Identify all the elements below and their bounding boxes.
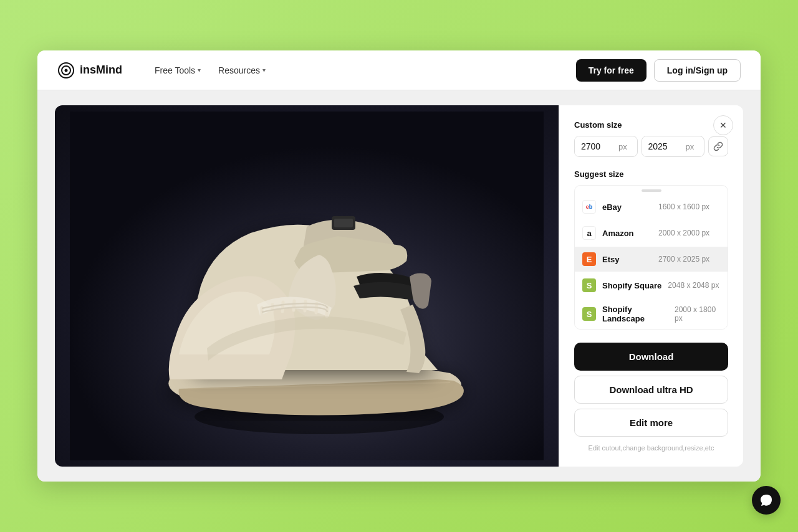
chevron-down-icon: ▾ (262, 67, 266, 74)
svg-rect-6 (334, 219, 353, 227)
ebay-size: 1600 x 1600 px (658, 202, 709, 211)
edit-more-button[interactable]: Edit more (574, 409, 728, 437)
scroll-indicator (575, 186, 728, 193)
platform-item-amazon[interactable]: a Amazon 2000 x 2000 px (575, 221, 728, 245)
shopify-landscape-size: 2000 x 1800 px (675, 305, 720, 323)
download-hd-button[interactable]: Download ultra HD (574, 376, 728, 404)
content-area: ✕ Custom size px px (37, 90, 761, 482)
platform-item-ebay[interactable]: eb eBay 1600 x 1600 px (575, 194, 728, 219)
login-signup-button[interactable]: Log in/Sign up (654, 59, 741, 82)
platform-item-shopify-landscape[interactable]: S Shopify Landscape 2000 x 1800 px (575, 299, 728, 329)
try-for-free-button[interactable]: Try for free (576, 59, 647, 82)
shoe-illustration (70, 112, 544, 460)
shopify-square-size: 2048 x 2048 px (668, 281, 719, 290)
amazon-size: 2000 x 2000 px (658, 229, 709, 237)
width-input-wrap: px (574, 136, 638, 157)
etsy-icon: E (582, 252, 596, 266)
scroll-dot (642, 189, 661, 192)
etsy-size: 2700 x 2025 px (658, 255, 709, 264)
svg-point-2 (65, 69, 68, 72)
nav-links: Free Tools ▾ Resources ▾ (147, 60, 576, 80)
shopify-square-icon: S (582, 278, 596, 292)
navbar: insMind Free Tools ▾ Resources ▾ Try for… (37, 50, 761, 90)
main-card: ✕ Custom size px px (55, 105, 743, 467)
svg-line-10 (294, 301, 294, 310)
link-icon (713, 141, 723, 151)
size-inputs: px px (574, 136, 728, 157)
platform-item-shopify-square[interactable]: S Shopify Square 2048 x 2048 px (575, 273, 728, 298)
action-buttons: Download Download ultra HD Edit more Edi… (574, 343, 728, 452)
chevron-down-icon: ▾ (198, 67, 201, 74)
size-list: eb eBay 1600 x 1600 px a Amazon 2000 x 2… (574, 185, 728, 330)
chat-icon (759, 493, 773, 507)
link-dimensions-button[interactable] (708, 136, 728, 156)
chat-bubble-button[interactable] (752, 486, 781, 515)
amazon-label: Amazon (602, 229, 652, 238)
logo-icon (57, 62, 75, 79)
shopify-landscape-label: Shopify Landscape (602, 305, 668, 323)
shopify-square-label: Shopify Square (602, 281, 661, 290)
shoe-image-container (55, 105, 559, 467)
height-input[interactable] (642, 136, 686, 156)
right-panel: ✕ Custom size px px (559, 105, 743, 467)
logo-text: insMind (80, 64, 122, 77)
shopify-landscape-icon: S (582, 307, 596, 321)
width-input[interactable] (575, 136, 618, 156)
svg-line-9 (282, 302, 283, 311)
ebay-icon: eb (582, 200, 596, 214)
height-unit: px (686, 137, 701, 156)
ebay-label: eBay (602, 202, 652, 212)
custom-size-label: Custom size (574, 120, 728, 130)
logo-area: insMind (57, 62, 122, 79)
height-input-wrap: px (642, 136, 705, 157)
suggest-size-label: Suggest size (574, 169, 728, 179)
width-unit: px (618, 137, 633, 156)
browser-window: insMind Free Tools ▾ Resources ▾ Try for… (37, 50, 761, 482)
nav-item-resources[interactable]: Resources ▾ (211, 60, 273, 80)
image-panel (55, 105, 559, 467)
nav-actions: Try for free Log in/Sign up (576, 59, 741, 82)
etsy-label: Etsy (602, 255, 652, 264)
platform-item-etsy[interactable]: E Etsy 2700 x 2025 px (575, 247, 728, 272)
download-button[interactable]: Download (574, 343, 728, 371)
close-button[interactable]: ✕ (713, 115, 733, 135)
nav-item-free-tools[interactable]: Free Tools ▾ (147, 60, 208, 80)
amazon-icon: a (582, 226, 596, 240)
edit-note: Edit cutout,change background,resize,etc (574, 444, 728, 452)
